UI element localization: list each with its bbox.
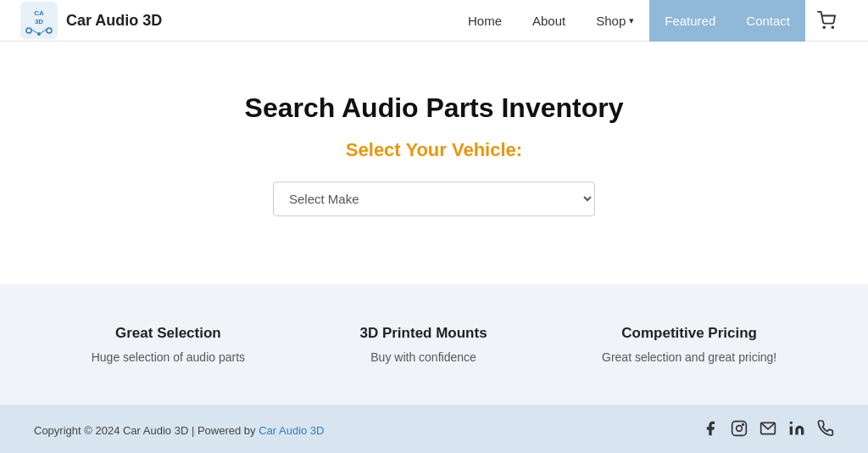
make-select[interactable]: Select Make Acura BMW Chevrolet Ford Hon… [273, 182, 595, 216]
feature-mounts-title: 3D Printed Mounts [359, 325, 487, 342]
footer-social-icons [702, 420, 834, 441]
nav-home[interactable]: Home [453, 0, 517, 42]
cart-button[interactable] [805, 0, 848, 42]
features-section: Great Selection Huge selection of audio … [0, 284, 868, 405]
svg-text:CA: CA [34, 9, 44, 17]
linkedin-icon[interactable] [788, 420, 805, 441]
hero-section: Search Audio Parts Inventory Select Your… [0, 42, 868, 284]
svg-point-11 [737, 426, 743, 432]
feature-mounts: 3D Printed Mounts Buy with confidence [359, 325, 487, 364]
svg-point-15 [790, 422, 793, 424]
nav-shop-label: Shop [596, 14, 626, 28]
main-nav: Home About Shop ▾ Featured Contact [453, 0, 848, 42]
phone-icon[interactable] [817, 420, 834, 441]
logo-text: Car Audio 3D [66, 12, 162, 30]
footer-link[interactable]: Car Audio 3D [259, 424, 324, 437]
svg-rect-14 [790, 427, 793, 435]
svg-text:3D: 3D [35, 18, 43, 25]
nav-featured[interactable]: Featured [649, 0, 731, 42]
feature-mounts-desc: Buy with confidence [370, 350, 476, 364]
nav-contact[interactable]: Contact [731, 0, 805, 42]
footer-copyright: Copyright © 2024 Car Audio 3D | Powered … [34, 424, 324, 437]
svg-point-4 [37, 32, 41, 36]
hero-subtitle: Select Your Vehicle: [346, 139, 522, 161]
svg-point-9 [832, 26, 833, 28]
logo-area[interactable]: CA 3D Car Audio 3D [20, 2, 162, 39]
site-header: CA 3D Car Audio 3D Home About Shop ▾ Fea… [0, 0, 868, 42]
chevron-down-icon: ▾ [629, 15, 634, 26]
feature-pricing-desc: Great selection and great pricing! [602, 350, 776, 364]
svg-point-8 [823, 26, 825, 28]
facebook-icon[interactable] [702, 420, 719, 441]
svg-rect-10 [732, 422, 747, 436]
nav-about[interactable]: About [517, 0, 581, 42]
email-icon[interactable] [760, 420, 776, 441]
feature-selection: Great Selection Huge selection of audio … [92, 325, 245, 364]
instagram-icon[interactable] [731, 420, 748, 441]
hero-title: Search Audio Parts Inventory [245, 92, 624, 124]
site-footer: Copyright © 2024 Car Audio 3D | Powered … [0, 405, 868, 453]
svg-point-12 [743, 424, 744, 426]
feature-selection-title: Great Selection [115, 325, 221, 342]
nav-shop[interactable]: Shop ▾ [581, 0, 649, 42]
feature-pricing: Competitive Pricing Great selection and … [602, 325, 776, 364]
feature-selection-desc: Huge selection of audio parts [92, 350, 245, 364]
logo-icon: CA 3D [20, 2, 58, 39]
feature-pricing-title: Competitive Pricing [621, 325, 757, 342]
